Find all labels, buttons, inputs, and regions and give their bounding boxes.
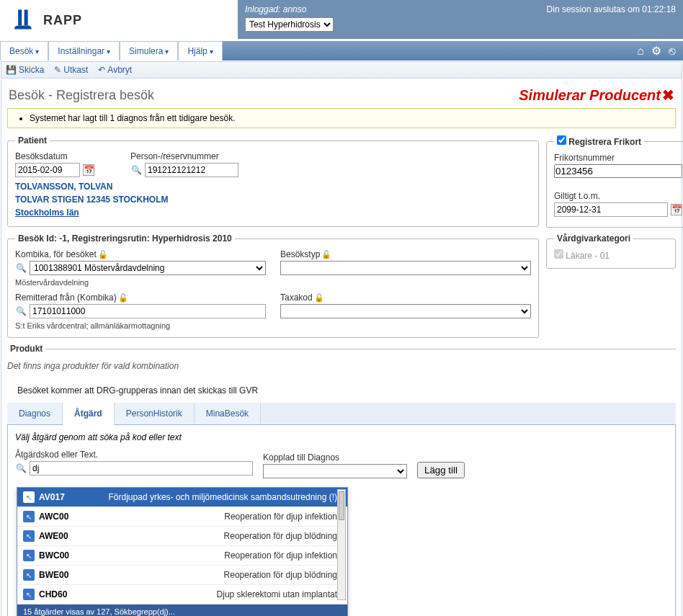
app-name: RAPP — [43, 13, 82, 28]
tab-diagnos[interactable]: Diagnos — [7, 403, 63, 424]
action-toolbar: 💾Skicka ✎Utkast ↶Avbryt — [1, 61, 682, 79]
remit-input[interactable] — [30, 304, 266, 318]
patient-identity: TOLVANSSON, TOLVAN TOLVAR STIGEN 12345 S… — [15, 180, 531, 219]
product-legend: Produkt — [7, 344, 45, 354]
draft-icon: ✎ — [54, 65, 61, 75]
send-button[interactable]: 💾Skicka — [6, 65, 44, 75]
visit-date-label: Besöksdatum — [15, 151, 116, 161]
autocomplete-item[interactable]: ↖AV017Fördjupad yrkes- och miljömedicins… — [17, 488, 347, 507]
kombika-sub: Möstervårdavdelning — [15, 278, 266, 287]
gear-icon[interactable]: ⚙ — [651, 44, 661, 58]
logo-icon — [14, 7, 39, 34]
lock-icon: 🔓 — [314, 293, 324, 302]
search-icon[interactable]: 🔍 — [15, 463, 27, 474]
kombika-label: Kombika, för besöket🔓 — [15, 249, 266, 259]
tab-atgard[interactable]: Åtgärd — [63, 403, 115, 425]
vardgivar-legend: Vårdgivarkategori — [554, 233, 633, 244]
cancel-button[interactable]: ↶Avbryt — [98, 65, 132, 75]
taxakod-label: Taxakod🔓 — [280, 293, 531, 303]
remit-sub: S:t Eriks vårdcentral; allmänläkarmottag… — [15, 321, 266, 330]
autocomplete-item[interactable]: ↖AWE00Reoperation för djup blödning — [17, 527, 347, 546]
frikort-valid-input[interactable] — [554, 202, 668, 217]
context-select[interactable]: Test Hyperhidrosis — [245, 17, 334, 32]
pointer-icon: ↖ — [23, 569, 35, 581]
pointer-icon: ↖ — [23, 491, 35, 503]
autocomplete-item[interactable]: ↖AWC00Reoperation för djup infektion — [17, 507, 347, 527]
scrollbar[interactable] — [337, 489, 346, 600]
logo-area: RAPP — [0, 0, 238, 41]
lock-icon: 🔓 — [118, 293, 128, 302]
frikort-valid-label: Giltigt t.o.m. — [554, 191, 682, 201]
kopplad-label: Kopplad till Diagnos — [263, 452, 407, 463]
nav-hjalp[interactable]: Hjälp — [178, 41, 222, 61]
visit-date-input[interactable] — [15, 163, 80, 177]
detail-tabs: Diagnos Åtgärd PersonHistorik MinaBesök — [7, 403, 676, 425]
kopplad-select[interactable] — [263, 464, 407, 478]
main-nav: Besök Inställningar Simulera Hjälp ⌂ ⚙ ⎋ — [0, 41, 683, 61]
page-title: Besök - Registrera besök — [9, 88, 154, 103]
tab-panel-atgard: Välj åtgärd genom att söka på kod eller … — [7, 425, 676, 616]
taxakod-select[interactable] — [280, 304, 531, 318]
search-icon[interactable]: 🔍 — [130, 164, 142, 176]
svg-rect-0 — [18, 9, 22, 25]
undo-icon: ↶ — [98, 65, 105, 75]
tab-minabesok[interactable]: MinaBesök — [195, 403, 261, 424]
atgard-code-input[interactable] — [30, 461, 253, 476]
product-none: Det finns inga produkter för vald kombin… — [7, 361, 669, 371]
info-message: Systemet har lagt till 1 diagnos från et… — [7, 108, 676, 128]
frikort-checkbox[interactable] — [557, 135, 566, 145]
patient-legend: Patient — [15, 135, 50, 146]
frikort-number-label: Frikortsnummer — [554, 153, 682, 163]
autocomplete-item[interactable]: ↖BWE00Reoperation för djup blödning — [17, 566, 347, 585]
autocomplete-item[interactable]: ↖CHD60Djup sklerektomi utan implantat — [17, 585, 347, 604]
vardgivar-option: Läkare - 01 — [554, 251, 610, 261]
autocomplete-dropdown: ↖AV017Fördjupad yrkes- och miljömedicins… — [17, 487, 348, 616]
search-icon[interactable]: 🔍 — [15, 305, 27, 317]
atgard-code-label: Åtgärdskod eller Text. — [15, 450, 253, 460]
pointer-icon: ↖ — [23, 589, 35, 600]
pointer-icon: ↖ — [23, 511, 35, 522]
simulation-banner: Simulerar Producent✖ — [519, 86, 674, 104]
nav-besok[interactable]: Besök — [0, 41, 48, 61]
pnr-input[interactable] — [145, 163, 238, 177]
visit-legend: Besök Id: -1, Registreringsrutin: Hyperh… — [15, 233, 235, 244]
home-icon[interactable]: ⌂ — [637, 45, 644, 58]
tab-personhistorik[interactable]: PersonHistorik — [115, 403, 195, 424]
calendar-icon[interactable]: 📅 — [83, 164, 94, 176]
nav-simulera[interactable]: Simulera — [120, 41, 178, 61]
logout-icon[interactable]: ⎋ — [669, 45, 676, 58]
lock-icon: 🔓 — [98, 250, 108, 259]
lock-icon: 🔓 — [321, 250, 331, 259]
add-button[interactable]: Lägg till — [417, 462, 465, 478]
calendar-icon[interactable]: 📅 — [671, 204, 682, 215]
autocomplete-item[interactable]: ↖BWC00Reoperation för djup infektion — [17, 546, 347, 566]
svg-rect-1 — [24, 9, 28, 25]
frikort-number-input[interactable] — [554, 164, 682, 178]
logged-in-label: Inloggad: annso — [245, 4, 334, 14]
save-icon: 💾 — [6, 65, 17, 75]
besokstyp-select[interactable] — [280, 261, 531, 275]
drg-note: Besöket kommer att DRG-grupperas innan d… — [17, 385, 676, 396]
search-icon[interactable]: 🔍 — [15, 262, 27, 274]
atgard-hint: Välj åtgärd genom att söka på kod eller … — [15, 432, 668, 442]
kombika-select[interactable]: 1001388901 Möstervårdavdelning — [30, 261, 266, 275]
besokstyp-label: Besökstyp🔓 — [280, 249, 531, 259]
pointer-icon: ↖ — [23, 550, 35, 561]
session-timer: Din session avslutas om 01:22:18 — [547, 4, 676, 32]
remit-label: Remitterad från (Kombika)🔓 — [15, 293, 266, 303]
region-link[interactable]: Stockholms län — [15, 207, 79, 218]
draft-button[interactable]: ✎Utkast — [54, 65, 88, 75]
nav-installningar[interactable]: Inställningar — [48, 41, 120, 61]
autocomplete-status: 15 åtgärder visas av 127, Sökbegrepp(dj)… — [17, 604, 347, 616]
pointer-icon: ↖ — [23, 530, 35, 542]
close-icon[interactable]: ✖ — [662, 87, 674, 103]
pnr-label: Person-/reservnummer — [130, 151, 531, 161]
